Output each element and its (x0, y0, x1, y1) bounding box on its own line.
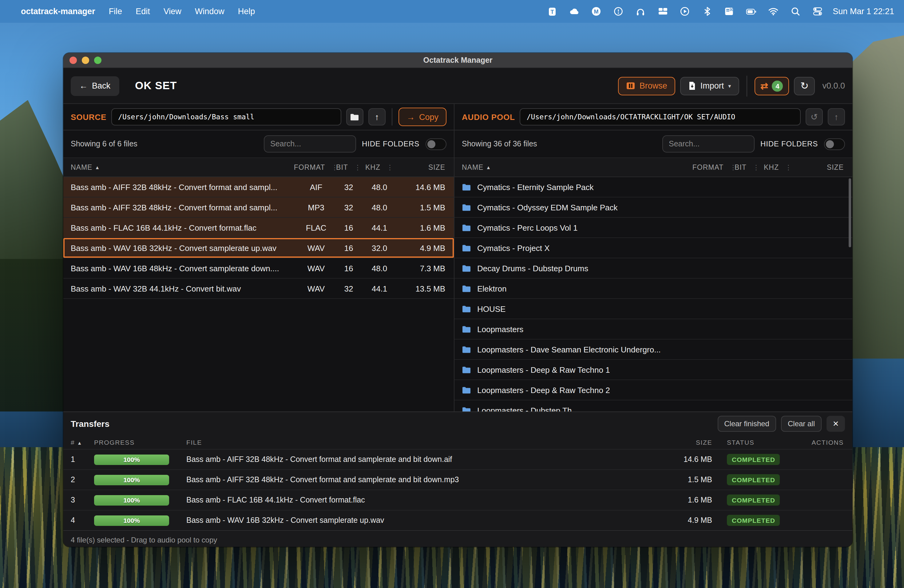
source-path-input[interactable] (111, 108, 341, 125)
source-panel: SOURCE ↑ → Copy Showing 6 of 6 files (63, 104, 454, 411)
close-transfers-button[interactable]: × (827, 416, 845, 432)
source-up-directory-button[interactable]: ↑ (368, 108, 386, 125)
menu-file[interactable]: File (109, 7, 122, 16)
pool-folder-row[interactable]: Decay Drums - Dubstep Drums (454, 258, 852, 279)
filter-icon[interactable]: ⋮ (785, 163, 792, 171)
pool-folder-row[interactable]: Cymatics - Project X (454, 238, 852, 258)
source-file-row[interactable]: Bass amb - AIFF 32B 48kHz - Convert form… (63, 198, 454, 218)
source-file-row[interactable]: Bass amb - WAV 16B 32kHz - Convert sampl… (63, 238, 454, 258)
folder-icon (462, 366, 471, 374)
filter-icon[interactable]: ⋮ (753, 163, 760, 171)
menu-help[interactable]: Help (238, 7, 255, 16)
menu-view[interactable]: View (164, 7, 182, 16)
transfers-toggle-button[interactable]: ⇄ 4 (754, 77, 789, 95)
col-format-header[interactable]: FORMAT (294, 164, 325, 171)
file-bit: 32 (335, 182, 363, 191)
col-name-header[interactable]: NAME (462, 164, 484, 171)
source-file-row[interactable]: Bass amb - FLAC 16B 44.1kHz - Convert fo… (63, 218, 454, 238)
menu-app-name[interactable]: octatrack-manager (21, 7, 95, 16)
col-status-header[interactable]: STATUS (712, 439, 804, 446)
filter-icon[interactable]: ⋮ (354, 163, 361, 171)
file-format: WAV (298, 243, 335, 253)
source-file-row[interactable]: Bass amb - WAV 32B 44.1kHz - Convert bit… (63, 279, 454, 299)
source-file-row[interactable]: Bass amb - AIFF 32B 48kHz - Convert form… (63, 177, 454, 198)
folder-icon (462, 244, 471, 252)
spotlight-icon[interactable] (790, 6, 801, 17)
refresh-button[interactable]: ↻ (794, 77, 815, 95)
time-machine-icon[interactable] (613, 6, 624, 17)
transfer-row[interactable]: 1 100% Bass amb - AIFF 32B 48kHz - Conve… (63, 449, 852, 469)
col-size-header[interactable]: SIZE (827, 164, 844, 171)
col-size-header[interactable]: SIZE (428, 164, 445, 171)
pool-folder-row[interactable]: Loopmasters - Deep & Raw Techno 1 (454, 360, 852, 380)
pool-undo-button[interactable]: ↺ (806, 108, 823, 125)
pool-folder-row[interactable]: Cymatics - Perc Loops Vol 1 (454, 218, 852, 238)
folder-name: Loopmasters - Dave Seaman Electronic Und… (477, 345, 661, 354)
pool-folder-row[interactable]: Elektron (454, 279, 852, 299)
pool-showing-count: Showing 36 of 36 files (462, 140, 537, 148)
folder-name: Decay Drums - Dubstep Drums (477, 264, 588, 273)
control-center-icon[interactable] (812, 6, 823, 17)
pool-search-input[interactable] (662, 135, 754, 153)
zoom-window-button[interactable] (94, 57, 101, 64)
source-search-input[interactable] (264, 135, 356, 153)
audio-pool-path-input[interactable] (520, 108, 801, 125)
audio-pool-panel: AUDIO POOL ↺ ↑ Showing 36 of 36 files HI… (454, 104, 852, 411)
headphones-icon[interactable] (635, 6, 646, 17)
col-actions-header[interactable]: ACTIONS (804, 439, 844, 446)
source-hide-folders-toggle[interactable] (425, 138, 446, 150)
clear-finished-button[interactable]: Clear finished (718, 416, 776, 432)
clear-all-button[interactable]: Clear all (781, 416, 822, 432)
pool-folder-row[interactable]: Loopmasters - Dubstep Th (454, 400, 852, 411)
transfer-row[interactable]: 2 100% Bass amb - AIFF 32B 48kHz - Conve… (63, 469, 852, 490)
pool-hide-folders-toggle[interactable] (824, 138, 845, 150)
page-title: OK SET (135, 79, 177, 92)
filter-icon[interactable]: ⋮ (387, 163, 394, 171)
minimize-window-button[interactable] (82, 57, 89, 64)
pool-folder-row[interactable]: Loopmasters (454, 319, 852, 340)
browse-button[interactable]: Browse (618, 77, 675, 95)
menu-edit[interactable]: Edit (136, 7, 150, 16)
pool-folder-row[interactable]: Loopmasters - Dave Seaman Electronic Und… (454, 340, 852, 360)
window-titlebar[interactable]: Octatrack Manager (63, 53, 852, 68)
col-khz-header[interactable]: KHZ (365, 164, 380, 171)
app-t-icon[interactable]: T (547, 6, 557, 17)
close-window-button[interactable] (70, 57, 77, 64)
import-button[interactable]: Import ▾ (680, 77, 739, 95)
scrollbar-thumb[interactable] (849, 179, 851, 247)
menu-clock[interactable]: Sun Mar 1 22:21 (833, 7, 894, 16)
transfers-panel: Transfers Clear finished Clear all × # ▲… (63, 411, 852, 547)
copy-button[interactable]: → Copy (398, 107, 446, 126)
col-size-header[interactable]: SIZE (657, 439, 712, 446)
col-bit-header[interactable]: BIT (336, 164, 348, 171)
pool-folder-row[interactable]: Cymatics - Odyssey EDM Sample Pack (454, 198, 852, 218)
keyboard-window-icon[interactable]: ⌘ (724, 6, 734, 17)
open-folder-button[interactable] (346, 108, 363, 125)
col-bit-header[interactable]: BIT (735, 164, 747, 171)
folder-name: Loopmasters - Deep & Raw Techno 2 (477, 385, 610, 395)
status-badge: COMPLETED (727, 495, 780, 506)
col-file-header[interactable]: FILE (186, 439, 657, 446)
play-circle-icon[interactable] (680, 6, 690, 17)
col-format-header[interactable]: FORMAT (692, 164, 724, 171)
col-num-header[interactable]: # (71, 439, 75, 446)
back-button[interactable]: ← Back (71, 76, 119, 96)
display-icon[interactable] (657, 6, 668, 17)
cloud-icon[interactable] (569, 6, 579, 17)
transfer-row[interactable]: 4 100% Bass amb - WAV 16B 32kHz - Conver… (63, 510, 852, 530)
col-name-header[interactable]: NAME (71, 164, 92, 171)
bluetooth-icon[interactable] (702, 6, 712, 17)
menu-window[interactable]: Window (195, 7, 224, 16)
pool-folder-row[interactable]: Cymatics - Eternity Sample Pack (454, 177, 852, 198)
file-size: 1.5 MB (396, 203, 445, 212)
wifi-icon[interactable] (768, 6, 779, 17)
battery-icon[interactable] (746, 6, 756, 17)
col-khz-header[interactable]: KHZ (764, 164, 779, 171)
m-circle-icon[interactable]: M (591, 6, 601, 17)
pool-folder-row[interactable]: Loopmasters - Deep & Raw Techno 2 (454, 380, 852, 400)
pool-up-directory-button[interactable]: ↑ (828, 108, 845, 125)
pool-folder-row[interactable]: HOUSE (454, 299, 852, 319)
col-progress-header[interactable]: PROGRESS (94, 439, 186, 446)
transfer-row[interactable]: 3 100% Bass amb - FLAC 16B 44.1kHz - Con… (63, 490, 852, 510)
source-file-row[interactable]: Bass amb - WAV 16B 48kHz - Convert sampl… (63, 258, 454, 279)
